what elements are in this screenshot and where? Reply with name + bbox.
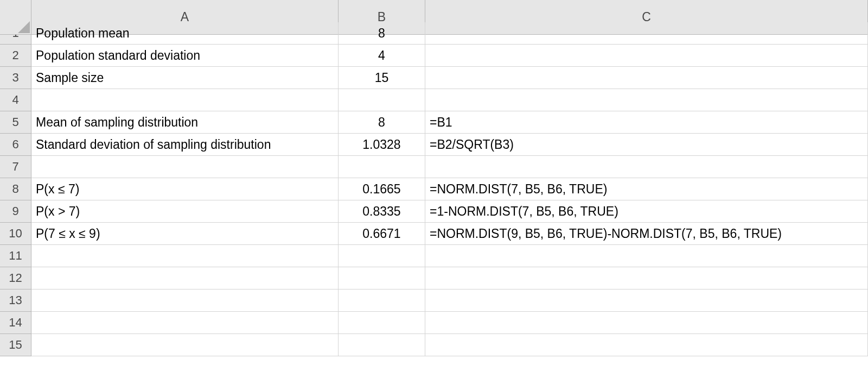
cell-value: =1-NORM.DIST(7, B5, B6, TRUE) bbox=[430, 204, 618, 219]
cell-C1[interactable] bbox=[425, 22, 868, 45]
cell-A5[interactable]: Mean of sampling distribution bbox=[31, 111, 339, 134]
cell-C12[interactable] bbox=[425, 267, 868, 289]
cell-B5[interactable]: 8 bbox=[339, 111, 425, 134]
cell-A8[interactable]: P(x ≤ 7) bbox=[31, 178, 339, 200]
cell-A7[interactable] bbox=[31, 156, 339, 178]
cell-value: 8 bbox=[378, 115, 385, 130]
cell-value: 0.6671 bbox=[362, 226, 400, 241]
cell-B12[interactable] bbox=[339, 267, 425, 289]
cell-value: 4 bbox=[378, 48, 385, 63]
cell-value: Mean of sampling distribution bbox=[36, 115, 198, 130]
cell-value: 8 bbox=[378, 26, 385, 41]
cell-value: Sample size bbox=[36, 71, 104, 85]
cell-C7[interactable] bbox=[425, 156, 868, 178]
cell-A2[interactable]: Population standard deviation bbox=[31, 45, 339, 67]
svg-marker-0 bbox=[18, 21, 30, 33]
cell-C5[interactable]: =B1 bbox=[425, 111, 868, 134]
row-header[interactable]: 7 bbox=[0, 156, 31, 178]
cell-value: Standard deviation of sampling distribut… bbox=[36, 137, 271, 152]
cell-value: =NORM.DIST(9, B5, B6, TRUE)-NORM.DIST(7,… bbox=[430, 226, 782, 241]
cell-B1[interactable]: 8 bbox=[339, 22, 425, 45]
row-header[interactable]: 14 bbox=[0, 312, 31, 334]
cell-A11[interactable] bbox=[31, 245, 339, 267]
row-header[interactable]: 12 bbox=[0, 267, 31, 289]
cell-B9[interactable]: 0.8335 bbox=[339, 200, 425, 223]
cell-C11[interactable] bbox=[425, 245, 868, 267]
cell-value: =B1 bbox=[430, 115, 452, 130]
cell-C8[interactable]: =NORM.DIST(7, B5, B6, TRUE) bbox=[425, 178, 868, 200]
cell-A9[interactable]: P(x > 7) bbox=[31, 200, 339, 223]
row-header[interactable]: 10 bbox=[0, 223, 31, 245]
cell-C6[interactable]: =B2/SQRT(B3) bbox=[425, 134, 868, 156]
select-all-corner[interactable] bbox=[0, 0, 31, 35]
row-header[interactable]: 8 bbox=[0, 178, 31, 200]
cell-value: =NORM.DIST(7, B5, B6, TRUE) bbox=[430, 182, 607, 197]
row-header[interactable]: 13 bbox=[0, 289, 31, 312]
cell-C3[interactable] bbox=[425, 67, 868, 89]
row-header[interactable]: 15 bbox=[0, 334, 31, 356]
cell-C10[interactable]: =NORM.DIST(9, B5, B6, TRUE)-NORM.DIST(7,… bbox=[425, 223, 868, 245]
row-header[interactable]: 11 bbox=[0, 245, 31, 267]
cell-C2[interactable] bbox=[425, 45, 868, 67]
select-all-triangle-icon bbox=[18, 21, 30, 33]
cell-value: Population mean bbox=[36, 26, 130, 41]
cell-A4[interactable] bbox=[31, 89, 339, 111]
cell-B6[interactable]: 1.0328 bbox=[339, 134, 425, 156]
row-header[interactable]: 6 bbox=[0, 134, 31, 156]
cell-B4[interactable] bbox=[339, 89, 425, 111]
cell-value: P(x ≤ 7) bbox=[36, 182, 79, 197]
cell-value: Population standard deviation bbox=[36, 48, 200, 63]
cell-A14[interactable] bbox=[31, 312, 339, 334]
cell-value: P(x > 7) bbox=[36, 204, 80, 219]
row-header[interactable]: 3 bbox=[0, 67, 31, 89]
cell-A1[interactable]: Population mean bbox=[31, 22, 339, 45]
cell-C9[interactable]: =1-NORM.DIST(7, B5, B6, TRUE) bbox=[425, 200, 868, 223]
row-header[interactable]: 5 bbox=[0, 111, 31, 134]
cell-C14[interactable] bbox=[425, 312, 868, 334]
cell-value: 0.8335 bbox=[362, 204, 400, 219]
cell-B15[interactable] bbox=[339, 334, 425, 356]
cell-B8[interactable]: 0.1665 bbox=[339, 178, 425, 200]
cell-C4[interactable] bbox=[425, 89, 868, 111]
cell-value: 1.0328 bbox=[362, 137, 400, 152]
spreadsheet-grid[interactable]: A B C 1 Population mean 8 2 Population s… bbox=[0, 0, 868, 356]
cell-B14[interactable] bbox=[339, 312, 425, 334]
cell-value: P(7 ≤ x ≤ 9) bbox=[36, 226, 100, 241]
cell-C13[interactable] bbox=[425, 289, 868, 312]
cell-A10[interactable]: P(7 ≤ x ≤ 9) bbox=[31, 223, 339, 245]
cell-A13[interactable] bbox=[31, 289, 339, 312]
row-header[interactable]: 2 bbox=[0, 45, 31, 67]
cell-A6[interactable]: Standard deviation of sampling distribut… bbox=[31, 134, 339, 156]
cell-B10[interactable]: 0.6671 bbox=[339, 223, 425, 245]
cell-A3[interactable]: Sample size bbox=[31, 67, 339, 89]
cell-value: =B2/SQRT(B3) bbox=[430, 137, 514, 152]
cell-B7[interactable] bbox=[339, 156, 425, 178]
row-header[interactable]: 4 bbox=[0, 89, 31, 111]
cell-A12[interactable] bbox=[31, 267, 339, 289]
cell-value: 0.1665 bbox=[362, 182, 400, 197]
cell-B2[interactable]: 4 bbox=[339, 45, 425, 67]
cell-B11[interactable] bbox=[339, 245, 425, 267]
cell-value: 15 bbox=[375, 71, 389, 85]
cell-A15[interactable] bbox=[31, 334, 339, 356]
cell-B3[interactable]: 15 bbox=[339, 67, 425, 89]
row-header[interactable]: 9 bbox=[0, 200, 31, 223]
cell-C15[interactable] bbox=[425, 334, 868, 356]
cell-B13[interactable] bbox=[339, 289, 425, 312]
